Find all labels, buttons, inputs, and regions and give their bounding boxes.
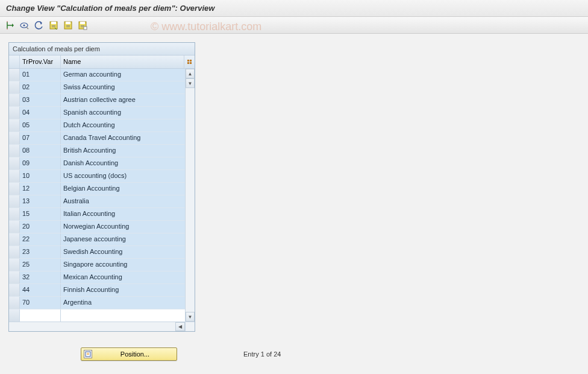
row-selector[interactable]: [9, 94, 20, 106]
row-selector[interactable]: [9, 119, 20, 132]
cell-name[interactable]: Spanish accounting: [61, 107, 185, 119]
cell-trprovvar[interactable]: 23: [20, 246, 61, 258]
table-settings-button[interactable]: [184, 55, 195, 68]
cell-trprovvar[interactable]: 03: [20, 94, 61, 106]
row-selector[interactable]: [9, 271, 20, 284]
table-row[interactable]: 02Swiss Accounting: [9, 81, 185, 94]
row-selector[interactable]: [9, 170, 20, 182]
cell-name[interactable]: Swedish Accounting: [61, 246, 185, 258]
toggle-display-button[interactable]: [4, 19, 17, 31]
cell-name[interactable]: German accounting: [61, 69, 185, 81]
cell-trprovvar[interactable]: 12: [20, 183, 61, 195]
cell-name[interactable]: Norwegian Accounting: [61, 221, 185, 233]
row-selector[interactable]: [9, 246, 20, 258]
cell-name[interactable]: Japanese accounting: [61, 233, 185, 246]
table-row[interactable]: 09Danish Accounting: [9, 157, 185, 170]
cell-trprovvar[interactable]: 13: [20, 195, 61, 208]
scroll-left-button[interactable]: ◀: [175, 322, 185, 331]
table-row[interactable]: 44Finnish Accounting: [9, 284, 185, 297]
cell-name[interactable]: British Accounting: [61, 145, 185, 157]
table-row[interactable]: 08British Accounting: [9, 145, 185, 157]
cell-trprovvar[interactable]: 70: [20, 297, 61, 309]
cell-name[interactable]: Austrian collective agree: [61, 94, 185, 106]
new-entries-button[interactable]: [61, 19, 75, 31]
cell-name[interactable]: Mexican Accounting: [61, 271, 185, 284]
table-row[interactable]: 12Belgian Accounting: [9, 183, 185, 195]
scroll-up-button[interactable]: ▲: [186, 69, 195, 78]
column-header-name[interactable]: Name: [61, 55, 184, 68]
row-selector[interactable]: [9, 221, 20, 233]
cell-trprovvar[interactable]: 25: [20, 259, 61, 271]
cell-name[interactable]: Finnish Accounting: [61, 284, 185, 296]
scroll-down-button[interactable]: ▼: [186, 312, 195, 322]
row-selector[interactable]: [9, 195, 20, 208]
row-selector[interactable]: [9, 309, 20, 322]
cell-name[interactable]: Australia: [61, 195, 185, 208]
h-scroll-track[interactable]: [9, 322, 175, 331]
cell-trprovvar[interactable]: 02: [20, 81, 61, 94]
cell-trprovvar[interactable]: 32: [20, 271, 61, 284]
cell-name[interactable]: [61, 309, 185, 322]
table-row[interactable]: 70Argentina: [9, 297, 185, 309]
cell-name[interactable]: Italian Accounting: [61, 208, 185, 220]
row-selector[interactable]: [9, 81, 20, 94]
table-row[interactable]: 32Mexican Accounting: [9, 271, 185, 284]
row-selector[interactable]: [9, 145, 20, 157]
cell-name[interactable]: Argentina: [61, 297, 185, 309]
table-row[interactable]: 04Spanish accounting: [9, 107, 185, 119]
select-block-button[interactable]: [18, 19, 31, 31]
position-button[interactable]: Position...: [81, 347, 177, 361]
scroll-down-step-button[interactable]: ▼: [186, 78, 195, 88]
cell-trprovvar[interactable]: 01: [20, 69, 61, 81]
row-selector[interactable]: [9, 208, 20, 220]
cell-trprovvar[interactable]: 09: [20, 157, 61, 170]
cell-trprovvar[interactable]: [20, 309, 61, 322]
cell-name[interactable]: Singapore accounting: [61, 259, 185, 271]
row-selector[interactable]: [9, 132, 20, 144]
cell-trprovvar[interactable]: 44: [20, 284, 61, 296]
table-row[interactable]: 10US accounting (docs): [9, 170, 185, 183]
row-selector[interactable]: [9, 259, 20, 271]
row-selector[interactable]: [9, 157, 20, 170]
cell-trprovvar[interactable]: 04: [20, 107, 61, 119]
row-selector[interactable]: [9, 183, 20, 195]
row-selector[interactable]: [9, 107, 20, 119]
table-row[interactable]: 01German accounting: [9, 69, 185, 81]
cell-name[interactable]: Danish Accounting: [61, 157, 185, 170]
column-header-trprovvar[interactable]: TrProv.Var: [20, 55, 61, 68]
table-row[interactable]: 23Swedish Accounting: [9, 246, 185, 259]
svg-rect-5: [51, 22, 56, 24]
table-row[interactable]: 15Italian Accounting: [9, 208, 185, 221]
cell-trprovvar[interactable]: 08: [20, 145, 61, 157]
table-row[interactable]: 22Japanese accounting: [9, 233, 185, 246]
table-row[interactable]: 05Dutch Accounting: [9, 119, 185, 132]
horizontal-scrollbar[interactable]: ◀ ▶: [9, 322, 195, 331]
table-row[interactable]: 20Norwegian Accounting: [9, 221, 185, 233]
table-row[interactable]: [9, 309, 185, 322]
row-selector[interactable]: [9, 284, 20, 296]
cell-name[interactable]: Canada Travel Accounting: [61, 132, 185, 144]
cell-trprovvar[interactable]: 10: [20, 170, 61, 182]
cell-name[interactable]: Belgian Accounting: [61, 183, 185, 195]
cell-trprovvar[interactable]: 15: [20, 208, 61, 220]
table-row[interactable]: 03Austrian collective agree: [9, 94, 185, 107]
select-all-header[interactable]: [9, 55, 20, 68]
table-row[interactable]: 07Canada Travel Accounting: [9, 132, 185, 145]
copy-button[interactable]: [76, 19, 89, 31]
undo-button[interactable]: [33, 19, 46, 31]
cell-name[interactable]: Swiss Accounting: [61, 81, 185, 94]
cell-name[interactable]: Dutch Accounting: [61, 119, 185, 132]
cell-name[interactable]: US accounting (docs): [61, 170, 185, 182]
cell-trprovvar[interactable]: 07: [20, 132, 61, 144]
cell-trprovvar[interactable]: 05: [20, 119, 61, 132]
cell-trprovvar[interactable]: 22: [20, 233, 61, 246]
row-selector[interactable]: [9, 297, 20, 309]
scroll-track[interactable]: [186, 88, 195, 312]
table-row[interactable]: 25Singapore accounting: [9, 259, 185, 271]
row-selector[interactable]: [9, 233, 20, 246]
vertical-scrollbar[interactable]: ▲ ▼ ▼: [185, 69, 195, 322]
row-selector[interactable]: [9, 69, 20, 81]
save-button[interactable]: [47, 19, 60, 31]
cell-trprovvar[interactable]: 20: [20, 221, 61, 233]
table-row[interactable]: 13Australia: [9, 195, 185, 208]
